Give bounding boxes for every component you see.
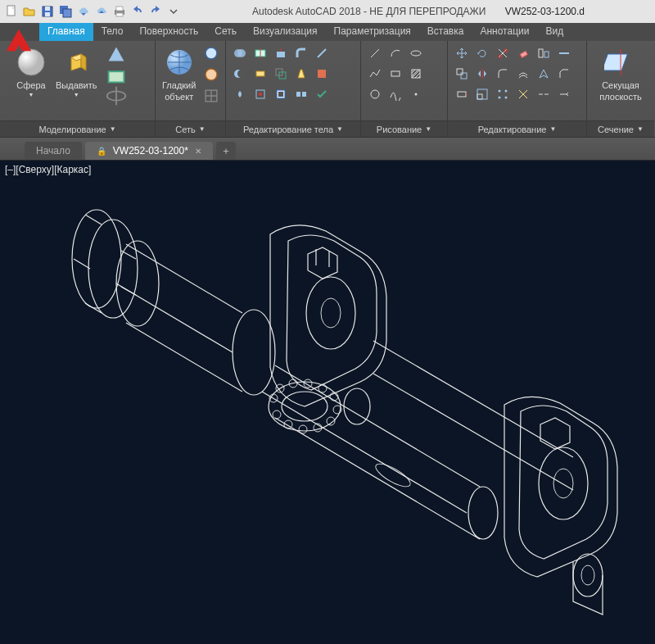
- svg-point-19: [237, 70, 246, 78]
- align-icon[interactable]: [535, 44, 553, 62]
- tab-parametric[interactable]: Параметризация: [326, 23, 419, 41]
- svg-point-53: [88, 220, 138, 318]
- doc-tab-start[interactable]: Начало: [25, 142, 82, 160]
- panel-section-title[interactable]: Сечение▼: [587, 120, 654, 137]
- svg-point-45: [505, 90, 508, 93]
- array-icon[interactable]: [494, 85, 512, 103]
- lengthen-icon[interactable]: [555, 85, 573, 103]
- panel-solid-edit-title[interactable]: Редактирование тела▼: [226, 120, 360, 137]
- open-icon[interactable]: [21, 3, 38, 20]
- tab-view[interactable]: Вид: [537, 23, 571, 41]
- svg-rect-24: [277, 52, 285, 57]
- extract-edge-icon[interactable]: [313, 44, 331, 62]
- svg-point-52: [72, 210, 121, 308]
- viewport[interactable]: [–][Сверху][Каркас]: [0, 161, 655, 644]
- rotate-icon[interactable]: [473, 44, 491, 62]
- line-icon[interactable]: [366, 44, 384, 62]
- explode-icon[interactable]: [514, 85, 532, 103]
- undo-icon[interactable]: [129, 3, 146, 20]
- panel-modeling-title[interactable]: Моделирование▼: [0, 120, 155, 137]
- section-plane-button[interactable]: Секущая плоскость: [598, 44, 643, 103]
- panel-mesh-title[interactable]: Сеть▼: [156, 120, 225, 137]
- svg-point-75: [553, 469, 573, 498]
- check-icon[interactable]: [313, 85, 331, 103]
- rectangle-icon[interactable]: [386, 65, 404, 83]
- panel-modify-title[interactable]: Редактирование▼: [448, 120, 586, 137]
- ellipse-icon[interactable]: [407, 44, 425, 62]
- move-icon[interactable]: [453, 44, 471, 62]
- offset-face-icon[interactable]: [272, 65, 290, 83]
- panel-solid-edit: Редактирование тела▼: [226, 41, 361, 137]
- polyline-icon[interactable]: [366, 65, 384, 83]
- svg-point-23: [259, 93, 262, 96]
- extrude-face-icon[interactable]: [272, 44, 290, 62]
- mesh-less-icon[interactable]: [202, 66, 220, 84]
- taper-face-icon[interactable]: [292, 65, 310, 83]
- lock-icon: 🔒: [97, 147, 106, 156]
- new-tab-button[interactable]: ＋: [216, 142, 236, 160]
- tab-annotate[interactable]: Аннотации: [472, 23, 537, 41]
- redo-icon[interactable]: [147, 3, 164, 20]
- panel-modify: Редактирование▼: [448, 41, 587, 137]
- break-icon[interactable]: [535, 85, 553, 103]
- tab-home[interactable]: Главная: [39, 23, 93, 41]
- imprint-icon[interactable]: [251, 85, 269, 103]
- presspull-icon[interactable]: [104, 66, 129, 84]
- svg-point-47: [505, 97, 508, 99]
- doc-tab-active[interactable]: 🔒 VW252-03-1200* ✕: [85, 142, 213, 160]
- 3dalign-icon[interactable]: [535, 65, 553, 83]
- fillet-icon[interactable]: [494, 65, 512, 83]
- arc-icon[interactable]: [386, 44, 404, 62]
- hatch-icon[interactable]: [407, 65, 425, 83]
- save-icon[interactable]: [39, 3, 56, 20]
- view-controls-label[interactable]: [–][Сверху][Каркас]: [5, 164, 91, 175]
- subtract-icon[interactable]: [231, 65, 249, 83]
- panel-draw-title[interactable]: Рисование▼: [361, 120, 447, 137]
- separate-icon[interactable]: [292, 85, 310, 103]
- revolve-icon[interactable]: [104, 87, 129, 105]
- mesh-refine-icon[interactable]: [202, 87, 220, 105]
- print-icon[interactable]: [111, 3, 128, 20]
- smooth-button[interactable]: Гладкий объект: [160, 44, 197, 103]
- slice-icon[interactable]: [251, 44, 269, 62]
- tab-visualize[interactable]: Визуализация: [245, 23, 326, 41]
- offset-icon[interactable]: [514, 65, 532, 83]
- trim-icon[interactable]: [494, 44, 512, 62]
- scale-icon[interactable]: [473, 85, 491, 103]
- cloud-save-icon[interactable]: [93, 3, 110, 20]
- tab-surface[interactable]: Поверхность: [131, 23, 206, 41]
- app-menu-button[interactable]: [2, 23, 36, 57]
- thicken-icon[interactable]: [251, 65, 269, 83]
- svg-point-54: [116, 241, 159, 326]
- circle-icon[interactable]: [366, 85, 384, 103]
- spline-icon[interactable]: [386, 85, 404, 103]
- point-icon[interactable]: [407, 85, 425, 103]
- close-icon[interactable]: ✕: [195, 147, 201, 156]
- stretch-icon[interactable]: [453, 85, 471, 103]
- fillet-edge-icon[interactable]: [292, 44, 310, 62]
- doc-tab-active-label: VW252-03-1200*: [113, 145, 188, 156]
- panel-section: Секущая плоскость Сечение▼: [587, 41, 654, 137]
- erase-icon[interactable]: [514, 44, 532, 62]
- union-icon[interactable]: [231, 44, 249, 62]
- join-icon[interactable]: [555, 44, 573, 62]
- smooth-icon: [163, 46, 196, 79]
- extrude-button[interactable]: Выдавить ▼: [54, 44, 99, 100]
- chamfer-icon[interactable]: [555, 65, 573, 83]
- tab-solid[interactable]: Тело: [93, 23, 132, 41]
- polysolid-icon[interactable]: [104, 44, 129, 62]
- color-face-icon[interactable]: [313, 65, 331, 83]
- intersect-icon[interactable]: [231, 85, 249, 103]
- mesh-more-icon[interactable]: [202, 44, 220, 62]
- cloud-open-icon[interactable]: [75, 3, 92, 20]
- shell-icon[interactable]: [272, 85, 290, 103]
- qat-dropdown-icon[interactable]: [165, 3, 182, 20]
- svg-rect-51: [604, 54, 627, 70]
- tab-insert[interactable]: Вставка: [419, 23, 472, 41]
- tab-mesh[interactable]: Сеть: [206, 23, 245, 41]
- copy-icon[interactable]: [453, 65, 471, 83]
- mirror-icon[interactable]: [473, 65, 491, 83]
- svg-point-71: [273, 410, 281, 419]
- saveas-icon[interactable]: [57, 3, 74, 20]
- new-icon[interactable]: [3, 3, 20, 20]
